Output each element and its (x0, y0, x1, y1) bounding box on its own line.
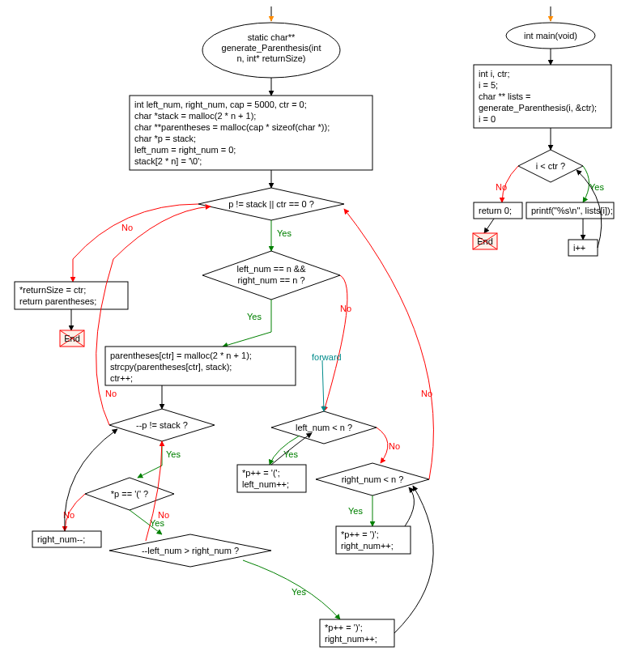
cond-p-open-text: *p == '(' ? (111, 489, 148, 499)
labelR-yes: Yes (589, 182, 604, 192)
returnR-text: return 0; (479, 206, 512, 215)
edge-leftn-no (377, 427, 388, 463)
append-close1-l1: *p++ = ')'; (341, 530, 379, 539)
label-decleft-yes: Yes (291, 587, 306, 597)
edge-decp-yes (138, 466, 162, 478)
label-both-no: No (340, 304, 351, 313)
edge-main-no (73, 204, 198, 282)
label-decp-no: No (105, 389, 117, 398)
append-open-l2: left_num++; (242, 479, 289, 489)
edge-rightn-no (344, 209, 433, 479)
label-leftn-yes: Yes (283, 449, 298, 459)
append-close2-l2: right_num++; (325, 634, 377, 644)
initR-l4: generate_Parenthesis(i, &ctr); (479, 103, 597, 113)
append-open-l1: *p++ = '('; (242, 468, 280, 478)
label-decp-yes: Yes (166, 449, 181, 459)
inc-text: i++ (573, 243, 585, 253)
start-text-left-1: static char** (248, 32, 296, 42)
store-l2: strcpy(parentheses[ctr], stack); (110, 362, 232, 372)
init-l5: left_num = right_num = 0; (134, 145, 236, 155)
edge-both-no (324, 275, 347, 411)
cond-right-lt-n-text: right_num < n ? (342, 474, 404, 484)
arrowR-return-to-end (484, 219, 494, 233)
cond-both-n-l1: left_num == n && (237, 264, 307, 274)
initR-l1: int i, ctr; (479, 69, 510, 79)
edge-appendclose2-back (394, 486, 433, 633)
label-rightn-no: No (421, 389, 432, 398)
init-l2: char *stack = malloc(2 * n + 1); (134, 111, 256, 121)
return-l1: *returnSize = ctr; (19, 285, 86, 295)
edge-both-yes (223, 332, 271, 347)
labelR-no: No (496, 182, 507, 192)
start-text-right: int main(void) (524, 31, 577, 40)
label-rightn-yes: Yes (348, 506, 363, 516)
cond-decp-text: --p != stack ? (136, 420, 188, 430)
label-both-yes: Yes (247, 312, 262, 321)
init-l6: stack[2 * n] = '\0'; (134, 156, 202, 166)
start-text-left-2: generate_Parenthesis(int (222, 43, 321, 53)
init-l1: int left_num, right_num, cap = 5000, ctr… (134, 100, 307, 109)
label-decleft-no: No (158, 510, 169, 520)
init-l3: char **parentheses = malloc(cap * sizeof… (134, 122, 330, 132)
return-l2: return parentheses; (19, 296, 96, 306)
forward-label: forward (312, 352, 342, 362)
cond-left-lt-n-text: left_num < n ? (296, 423, 352, 432)
label-main-no: No (121, 223, 133, 232)
end-text-left: End (64, 334, 80, 343)
edge-forward (322, 360, 324, 411)
initR-l3: char ** lists = (479, 91, 531, 101)
append-close1-l2: right_num++; (341, 541, 394, 551)
cond-main-text: p != stack || ctr == 0 ? (228, 199, 314, 209)
label-main-yes: Yes (277, 228, 291, 238)
init-l4: char *p = stack; (134, 134, 196, 143)
cond-loop-text: i < ctr ? (536, 161, 565, 171)
cond-both-n-l2: right_num == n ? (237, 275, 304, 285)
end-text-right: End (477, 236, 493, 246)
cond-dec-left-text: --left_num > right_num ? (142, 546, 239, 555)
store-l3: ctr++; (110, 373, 133, 383)
start-text-left-3: n, int* returnSize) (237, 53, 306, 63)
initR-l2: i = 5; (479, 80, 498, 90)
initR-l5: i = 0 (479, 114, 496, 124)
append-close2-l1: *p++ = ')'; (325, 623, 363, 632)
label-leftn-no: No (389, 441, 400, 451)
edge-appendclose1-back (405, 487, 414, 526)
right-dec-text: right_num--; (37, 534, 85, 544)
store-l1: parentheses[ctr] = malloc(2 * n + 1); (110, 351, 252, 360)
edgeR-yes (583, 166, 589, 202)
